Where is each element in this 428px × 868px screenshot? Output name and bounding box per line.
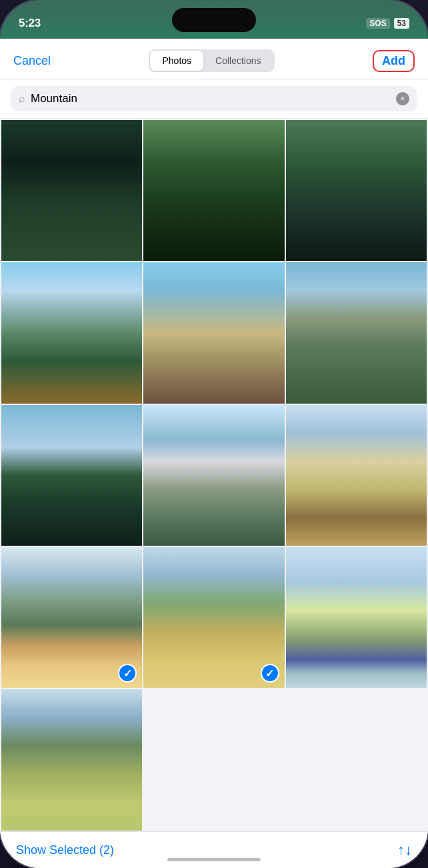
photo-image: [143, 262, 284, 403]
photo-image: [286, 547, 427, 688]
segment-control: Photos Collections: [149, 49, 274, 72]
search-bar: ⌕ ×: [0, 79, 428, 119]
search-input-wrapper: ⌕ ×: [11, 86, 417, 111]
photo-cell[interactable]: [143, 405, 284, 546]
clear-search-button[interactable]: ×: [396, 92, 409, 105]
photo-row: [1, 405, 427, 546]
add-button-wrapper: Add: [373, 50, 415, 72]
photo-cell[interactable]: [286, 547, 427, 688]
photo-image: [1, 689, 142, 830]
photo-cell[interactable]: [1, 405, 142, 546]
selection-checkmark: ✓: [261, 664, 279, 683]
photo-cell-empty: [286, 689, 427, 830]
photo-image: [1, 120, 142, 261]
segment-collections-button[interactable]: Collections: [203, 51, 273, 71]
photo-row: [1, 262, 427, 403]
content-area: Cancel Photos Collections Add ⌕ ×: [0, 39, 428, 868]
segment-photos-button[interactable]: Photos: [150, 51, 203, 71]
photo-cell-empty: [143, 689, 284, 830]
battery-indicator: 53: [394, 18, 409, 29]
photo-cell[interactable]: [1, 262, 142, 403]
dynamic-island: [172, 8, 256, 32]
photo-cell[interactable]: [286, 262, 427, 403]
search-icon: ⌕: [19, 93, 25, 105]
photo-row: [1, 689, 427, 830]
photo-image: [143, 405, 284, 546]
photo-image: [286, 405, 427, 546]
sos-indicator: SOS: [366, 18, 389, 29]
photo-cell[interactable]: [286, 405, 427, 546]
photo-row: [1, 120, 427, 261]
home-indicator: [167, 858, 261, 861]
photo-cell-selected[interactable]: ✓: [143, 547, 284, 688]
photo-cell[interactable]: [143, 262, 284, 403]
photo-image: [1, 405, 142, 546]
top-bar: Cancel Photos Collections Add: [0, 39, 428, 79]
search-input[interactable]: [31, 92, 391, 105]
bottom-bar: Show Selected (2) ↑↓: [0, 831, 428, 868]
status-right-icons: SOS 53: [366, 18, 409, 29]
clear-icon: ×: [400, 94, 405, 103]
photo-image: [286, 262, 427, 403]
cancel-button[interactable]: Cancel: [13, 54, 51, 68]
photo-cell[interactable]: [1, 689, 142, 830]
photo-row: ✓ ✓: [1, 547, 427, 688]
photo-cell-selected[interactable]: ✓: [1, 547, 142, 688]
photo-cell[interactable]: [286, 120, 427, 261]
photo-image: [286, 120, 427, 261]
photo-image: [1, 262, 142, 403]
phone-frame: 5:23 SOS 53 Cancel: [0, 0, 428, 868]
status-time: 5:23: [19, 17, 41, 30]
photo-image: [143, 120, 284, 261]
photo-cell[interactable]: [1, 120, 142, 261]
show-selected-button[interactable]: Show Selected (2): [16, 843, 114, 857]
add-button[interactable]: Add: [377, 53, 411, 69]
photo-grid: ✓ ✓: [0, 119, 428, 831]
photo-cell[interactable]: [143, 120, 284, 261]
sort-icon[interactable]: ↑↓: [397, 841, 412, 859]
